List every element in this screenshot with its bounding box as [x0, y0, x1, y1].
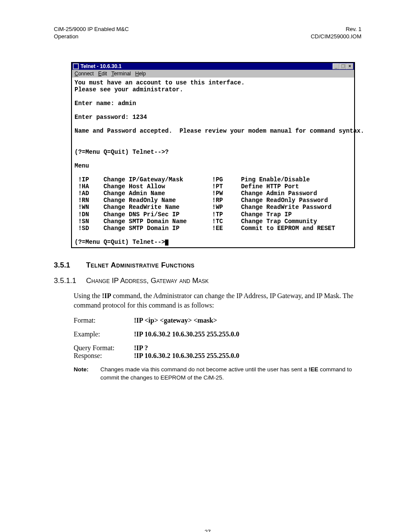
response-label: Response: — [74, 352, 134, 360]
term-line: You must have an account to use this int… — [75, 79, 245, 86]
telnet-window: Telnet - 10.6.30.1 _ ❐ × Connect Edit Te… — [71, 62, 355, 248]
term-line: Enter name: admin — [75, 100, 136, 107]
menu-terminal[interactable]: Terminal — [111, 71, 131, 77]
section-heading-351: 3.5.1 Telnet Administrative Functions — [54, 261, 361, 270]
note-text: Changes made via this command do not bec… — [100, 366, 361, 382]
term-menu-row: !IP Change IP/Gateway/Mask !PG Ping Enab… — [75, 176, 310, 183]
term-menu-row: !HA Change Host Allow !PT Define HTTP Po… — [75, 183, 299, 190]
format-value: !IP <ip> <gateway> <mask> — [134, 317, 217, 324]
note-label: Note: — [74, 366, 93, 382]
header-left-line2: Operation — [54, 33, 78, 40]
command-table: Format: !IP <ip> <gateway> <mask> Exampl… — [74, 317, 361, 360]
minimize-button[interactable]: _ — [333, 63, 339, 69]
window-title: Telnet - 10.6.30.1 — [81, 63, 121, 69]
note-block: Note: Changes made via this command do n… — [74, 366, 361, 382]
restore-button[interactable]: ❐ — [339, 63, 346, 69]
term-menu-row: !RN Change ReadOnly Name !RP Change Read… — [75, 197, 328, 204]
term-menu-row: !AD Change Admin Name !PW Change Admin P… — [75, 190, 317, 197]
header-right-line2: CD/CIM259000.IOM — [311, 33, 361, 40]
term-menu-label: Menu — [75, 162, 89, 169]
section-title: Telnet Administrative Functions — [86, 261, 195, 269]
text: M-25. — [209, 374, 224, 381]
query-value: !IP ? — [134, 344, 148, 352]
section-number: 3.5.1 — [54, 261, 84, 270]
term-menu-row: !SN Change SMTP Domain Name !TC Change T… — [75, 218, 317, 225]
term-line: Name and Password accepted. Please revie… — [75, 128, 364, 134]
term-menu-row: !WN Change ReadWrite Name !WP Change Rea… — [75, 204, 332, 211]
telnet-icon — [73, 63, 79, 69]
page-number: 27 — [54, 529, 361, 532]
section-number: 3.5.1.1 — [54, 277, 84, 285]
text: Using the — [74, 292, 102, 299]
page-header: CiM-25/9000 IP Enabled M&C Operation Rev… — [54, 26, 361, 40]
section-heading-3511: 3.5.1.1 Change IP Address, Gateway and M… — [54, 277, 361, 285]
window-menubar: Connect Edit Terminal Help — [72, 70, 354, 78]
menu-connect[interactable]: Connect — [75, 71, 94, 77]
term-line: Please see your administrator. — [75, 86, 183, 93]
cursor-icon — [165, 240, 168, 246]
example-value: !IP 10.6.30.2 10.6.30.255 255.255.0.0 — [134, 330, 239, 338]
close-button[interactable]: × — [346, 63, 353, 69]
command-ee: !EE — [308, 366, 318, 373]
menu-help[interactable]: Help — [135, 71, 146, 77]
command-ip: !IP — [102, 292, 111, 299]
body-paragraph: Using the !IP command, the Administrator… — [74, 291, 361, 310]
example-label: Example: — [74, 330, 134, 338]
term-line: Enter password: 1234 — [75, 114, 147, 121]
terminal-body[interactable]: You must have an account to use this int… — [72, 78, 354, 247]
format-label: Format: — [74, 317, 134, 324]
header-right-line1: Rev. 1 — [346, 26, 361, 32]
section-title: Change IP Address, Gateway and Mask — [86, 277, 209, 285]
term-menu-row: !SD Change SMTP Domain IP !EE Commit to … — [75, 225, 335, 232]
window-titlebar: Telnet - 10.6.30.1 _ ❐ × — [72, 63, 354, 70]
query-label: Query Format: — [74, 344, 134, 352]
text: command, the Administrator can change th… — [74, 292, 353, 309]
response-value: !IP 10.6.30.2 10.6.30.255 255.255.0.0 — [134, 352, 239, 360]
term-prompt: (?=Menu Q=Quit) Telnet--> — [75, 239, 165, 246]
term-prompt: (?=Menu Q=Quit) Telnet-->? — [75, 149, 168, 156]
menu-edit[interactable]: Edit — [98, 71, 107, 77]
term-menu-row: !DN Change DNS Pri/Sec IP !TP Change Tra… — [75, 211, 292, 218]
text: Changes made via this command do not bec… — [100, 366, 308, 373]
header-left-line1: CiM-25/9000 IP Enabled M&C — [54, 26, 129, 32]
